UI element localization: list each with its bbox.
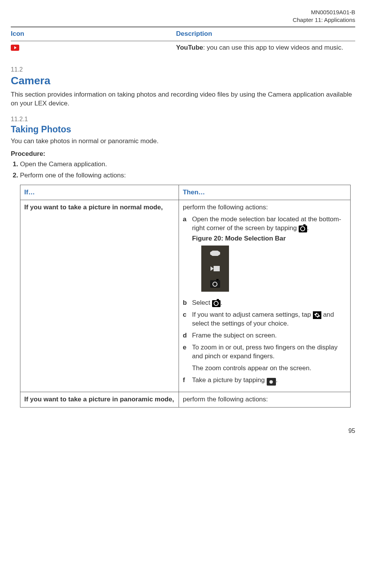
substep-e: e To zoom in or out, press two fingers o… <box>183 343 346 373</box>
camera-mode-icon <box>212 300 221 307</box>
youtube-icon <box>11 45 19 51</box>
substep-f: f Take a picture by tapping . <box>183 376 346 386</box>
section-title: Camera <box>11 74 355 88</box>
if-then-table: If… Then… If you want to take a picture … <box>20 185 351 408</box>
chapter-ref: Chapter 11: Applications <box>11 16 355 24</box>
subsection-body: You can take photos in normal or panoram… <box>11 137 355 146</box>
panorama-icon <box>210 251 220 256</box>
then-normal: perform the following actions: a Open th… <box>183 203 346 386</box>
substep-c: c If you want to adjust camera settings,… <box>183 311 346 328</box>
col-desc-header: Description <box>176 27 355 41</box>
camera-mode-icon <box>299 226 307 232</box>
figure-caption: Figure 20: Mode Selection Bar <box>192 234 346 243</box>
if-header: If… <box>20 185 179 200</box>
then-header: Then… <box>179 185 350 200</box>
substep-d: d Frame the subject on screen. <box>183 331 346 340</box>
mode-selection-bar-figure <box>201 246 229 292</box>
table-row: If you want to take a picture in normal … <box>20 200 351 392</box>
then-lead: perform the following actions: <box>183 203 346 212</box>
subsection-title: Taking Photos <box>11 124 355 135</box>
table-row: YouTube: you can use this app to view vi… <box>11 41 355 54</box>
page-number: 95 <box>11 427 355 435</box>
section-number: 11.2 <box>11 65 355 74</box>
camera-icon <box>210 280 220 288</box>
condition-normal: If you want to take a picture in normal … <box>20 200 179 392</box>
app-icon-table: Icon Description YouTube: you can use th… <box>11 27 355 55</box>
gear-icon <box>313 311 321 319</box>
doc-id: MN005019A01-B <box>11 8 355 16</box>
substep-a: a Open the mode selection bar located at… <box>183 215 346 296</box>
app-desc: : you can use this app to view videos an… <box>203 44 343 51</box>
step-2: Perform one of the following actions: <box>20 171 355 180</box>
procedure-steps: Open the Camera application. Perform one… <box>20 160 355 180</box>
page-header: MN005019A01-B Chapter 11: Applications <box>11 8 355 23</box>
capture-icon <box>267 378 276 386</box>
then-panoramic-lead: perform the following actions: <box>183 395 346 404</box>
subsection-number: 11.2.1 <box>11 115 355 124</box>
condition-panoramic: If you want to take a picture in panoram… <box>20 392 179 408</box>
step-1: Open the Camera application. <box>20 160 355 169</box>
video-icon <box>210 265 220 272</box>
substep-b: b Select . <box>183 299 346 307</box>
app-name: YouTube <box>176 44 203 51</box>
procedure-label: Procedure: <box>11 150 355 159</box>
col-icon-header: Icon <box>11 27 176 41</box>
table-row: If you want to take a picture in panoram… <box>20 392 351 408</box>
section-body: This section provides information on tak… <box>11 90 355 108</box>
